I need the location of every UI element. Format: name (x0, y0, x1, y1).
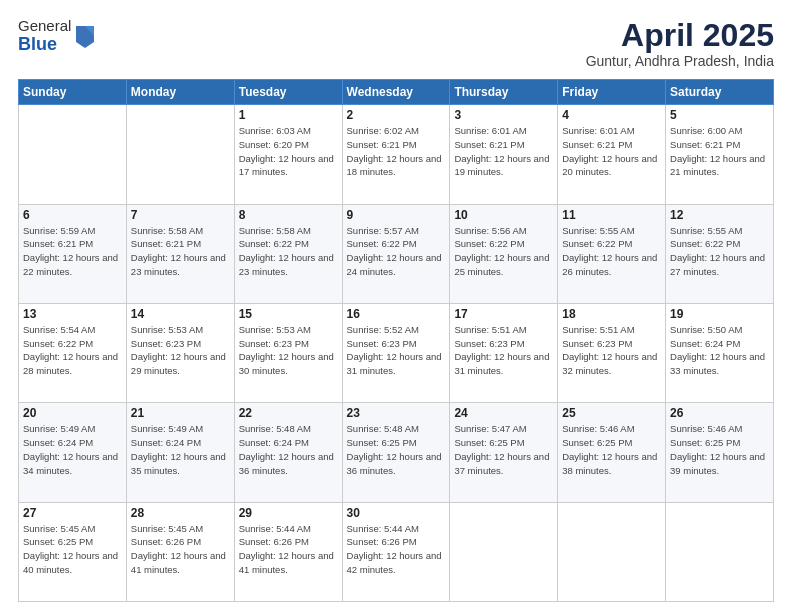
sunrise-sunset-info: Sunrise: 5:44 AMSunset: 6:26 PMDaylight:… (239, 523, 334, 575)
logo: General Blue (18, 18, 96, 54)
day-number: 29 (239, 506, 338, 520)
day-number: 28 (131, 506, 230, 520)
table-row: 23 Sunrise: 5:48 AMSunset: 6:25 PMDaylig… (342, 403, 450, 502)
day-number: 16 (347, 307, 446, 321)
table-row: 6 Sunrise: 5:59 AMSunset: 6:21 PMDayligh… (19, 204, 127, 303)
table-row: 14 Sunrise: 5:53 AMSunset: 6:23 PMDaylig… (126, 303, 234, 402)
day-number: 26 (670, 406, 769, 420)
day-number: 12 (670, 208, 769, 222)
location-text: Guntur, Andhra Pradesh, India (586, 53, 774, 69)
day-number: 1 (239, 108, 338, 122)
day-number: 9 (347, 208, 446, 222)
table-row: 20 Sunrise: 5:49 AMSunset: 6:24 PMDaylig… (19, 403, 127, 502)
sunrise-sunset-info: Sunrise: 5:54 AMSunset: 6:22 PMDaylight:… (23, 324, 118, 376)
day-number: 7 (131, 208, 230, 222)
table-row: 18 Sunrise: 5:51 AMSunset: 6:23 PMDaylig… (558, 303, 666, 402)
table-row: 3 Sunrise: 6:01 AMSunset: 6:21 PMDayligh… (450, 105, 558, 204)
sunrise-sunset-info: Sunrise: 5:52 AMSunset: 6:23 PMDaylight:… (347, 324, 442, 376)
table-row: 26 Sunrise: 5:46 AMSunset: 6:25 PMDaylig… (666, 403, 774, 502)
sunrise-sunset-info: Sunrise: 5:59 AMSunset: 6:21 PMDaylight:… (23, 225, 118, 277)
table-row: 5 Sunrise: 6:00 AMSunset: 6:21 PMDayligh… (666, 105, 774, 204)
day-number: 27 (23, 506, 122, 520)
sunrise-sunset-info: Sunrise: 5:53 AMSunset: 6:23 PMDaylight:… (131, 324, 226, 376)
col-sunday: Sunday (19, 80, 127, 105)
table-row (666, 502, 774, 601)
day-number: 25 (562, 406, 661, 420)
calendar-week-row: 1 Sunrise: 6:03 AMSunset: 6:20 PMDayligh… (19, 105, 774, 204)
table-row: 7 Sunrise: 5:58 AMSunset: 6:21 PMDayligh… (126, 204, 234, 303)
calendar-week-row: 6 Sunrise: 5:59 AMSunset: 6:21 PMDayligh… (19, 204, 774, 303)
table-row: 19 Sunrise: 5:50 AMSunset: 6:24 PMDaylig… (666, 303, 774, 402)
table-row (19, 105, 127, 204)
sunrise-sunset-info: Sunrise: 5:49 AMSunset: 6:24 PMDaylight:… (131, 423, 226, 475)
title-block: April 2025 Guntur, Andhra Pradesh, India (586, 18, 774, 69)
col-wednesday: Wednesday (342, 80, 450, 105)
day-number: 23 (347, 406, 446, 420)
sunrise-sunset-info: Sunrise: 6:01 AMSunset: 6:21 PMDaylight:… (454, 125, 549, 177)
sunrise-sunset-info: Sunrise: 5:57 AMSunset: 6:22 PMDaylight:… (347, 225, 442, 277)
table-row: 1 Sunrise: 6:03 AMSunset: 6:20 PMDayligh… (234, 105, 342, 204)
table-row: 24 Sunrise: 5:47 AMSunset: 6:25 PMDaylig… (450, 403, 558, 502)
day-number: 2 (347, 108, 446, 122)
sunrise-sunset-info: Sunrise: 5:50 AMSunset: 6:24 PMDaylight:… (670, 324, 765, 376)
day-number: 15 (239, 307, 338, 321)
table-row: 28 Sunrise: 5:45 AMSunset: 6:26 PMDaylig… (126, 502, 234, 601)
logo-blue-text: Blue (18, 35, 71, 55)
day-number: 30 (347, 506, 446, 520)
table-row: 29 Sunrise: 5:44 AMSunset: 6:26 PMDaylig… (234, 502, 342, 601)
sunrise-sunset-info: Sunrise: 6:01 AMSunset: 6:21 PMDaylight:… (562, 125, 657, 177)
day-number: 4 (562, 108, 661, 122)
table-row: 15 Sunrise: 5:53 AMSunset: 6:23 PMDaylig… (234, 303, 342, 402)
day-number: 19 (670, 307, 769, 321)
month-title: April 2025 (586, 18, 774, 53)
table-row: 9 Sunrise: 5:57 AMSunset: 6:22 PMDayligh… (342, 204, 450, 303)
col-friday: Friday (558, 80, 666, 105)
table-row: 27 Sunrise: 5:45 AMSunset: 6:25 PMDaylig… (19, 502, 127, 601)
sunrise-sunset-info: Sunrise: 5:47 AMSunset: 6:25 PMDaylight:… (454, 423, 549, 475)
day-number: 17 (454, 307, 553, 321)
sunrise-sunset-info: Sunrise: 6:00 AMSunset: 6:21 PMDaylight:… (670, 125, 765, 177)
day-number: 13 (23, 307, 122, 321)
sunrise-sunset-info: Sunrise: 5:46 AMSunset: 6:25 PMDaylight:… (562, 423, 657, 475)
day-number: 3 (454, 108, 553, 122)
sunrise-sunset-info: Sunrise: 5:51 AMSunset: 6:23 PMDaylight:… (454, 324, 549, 376)
day-number: 8 (239, 208, 338, 222)
day-number: 24 (454, 406, 553, 420)
sunrise-sunset-info: Sunrise: 5:45 AMSunset: 6:25 PMDaylight:… (23, 523, 118, 575)
sunrise-sunset-info: Sunrise: 5:56 AMSunset: 6:22 PMDaylight:… (454, 225, 549, 277)
sunrise-sunset-info: Sunrise: 5:49 AMSunset: 6:24 PMDaylight:… (23, 423, 118, 475)
col-saturday: Saturday (666, 80, 774, 105)
logo-icon (74, 22, 96, 50)
page: General Blue April 2025 Guntur, Andhra P… (0, 0, 792, 612)
table-row: 16 Sunrise: 5:52 AMSunset: 6:23 PMDaylig… (342, 303, 450, 402)
sunrise-sunset-info: Sunrise: 5:53 AMSunset: 6:23 PMDaylight:… (239, 324, 334, 376)
table-row: 10 Sunrise: 5:56 AMSunset: 6:22 PMDaylig… (450, 204, 558, 303)
table-row: 12 Sunrise: 5:55 AMSunset: 6:22 PMDaylig… (666, 204, 774, 303)
sunrise-sunset-info: Sunrise: 5:51 AMSunset: 6:23 PMDaylight:… (562, 324, 657, 376)
day-number: 11 (562, 208, 661, 222)
table-row: 21 Sunrise: 5:49 AMSunset: 6:24 PMDaylig… (126, 403, 234, 502)
header: General Blue April 2025 Guntur, Andhra P… (18, 18, 774, 69)
calendar-week-row: 27 Sunrise: 5:45 AMSunset: 6:25 PMDaylig… (19, 502, 774, 601)
table-row: 13 Sunrise: 5:54 AMSunset: 6:22 PMDaylig… (19, 303, 127, 402)
table-row (450, 502, 558, 601)
sunrise-sunset-info: Sunrise: 5:46 AMSunset: 6:25 PMDaylight:… (670, 423, 765, 475)
day-number: 22 (239, 406, 338, 420)
logo-general-text: General (18, 18, 71, 35)
sunrise-sunset-info: Sunrise: 5:48 AMSunset: 6:24 PMDaylight:… (239, 423, 334, 475)
day-number: 6 (23, 208, 122, 222)
col-tuesday: Tuesday (234, 80, 342, 105)
logo-text: General Blue (18, 18, 71, 54)
sunrise-sunset-info: Sunrise: 5:55 AMSunset: 6:22 PMDaylight:… (670, 225, 765, 277)
calendar-week-row: 13 Sunrise: 5:54 AMSunset: 6:22 PMDaylig… (19, 303, 774, 402)
table-row (126, 105, 234, 204)
day-number: 14 (131, 307, 230, 321)
table-row (558, 502, 666, 601)
day-number: 20 (23, 406, 122, 420)
table-row: 22 Sunrise: 5:48 AMSunset: 6:24 PMDaylig… (234, 403, 342, 502)
table-row: 11 Sunrise: 5:55 AMSunset: 6:22 PMDaylig… (558, 204, 666, 303)
day-number: 21 (131, 406, 230, 420)
day-number: 18 (562, 307, 661, 321)
table-row: 8 Sunrise: 5:58 AMSunset: 6:22 PMDayligh… (234, 204, 342, 303)
sunrise-sunset-info: Sunrise: 5:58 AMSunset: 6:22 PMDaylight:… (239, 225, 334, 277)
